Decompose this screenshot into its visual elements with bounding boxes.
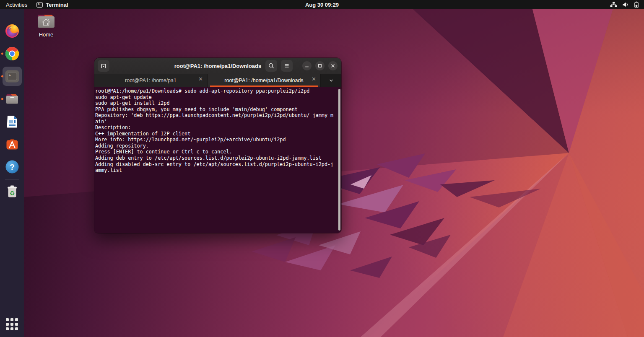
running-indicator [1,75,3,78]
hamburger-menu-icon [283,62,290,69]
terminal-output: root@PA1:/home/pa1/Downloads# sudo add-a… [95,88,336,174]
running-indicator [1,53,3,55]
focused-app-menu[interactable]: Terminal [36,2,68,8]
tab-label: root@PA1: /home/pa1/Downloads [224,78,303,83]
dock: >_ [0,9,24,337]
tab-bar: root@PA1: /home/pa1 ✕ root@PA1: /home/pa… [94,74,341,87]
dock-item-files[interactable] [5,91,20,106]
clock[interactable]: Aug 30 09:29 [305,2,339,8]
terminal-line: Description: [95,124,336,131]
focused-app-label: Terminal [46,2,68,8]
home-icon-label: Home [35,31,57,38]
libreoffice-writer-icon [5,114,20,129]
dock-item-ubuntu-software[interactable] [5,137,20,152]
trash-icon: ♻ [5,184,20,199]
tab-list-dropdown[interactable] [321,74,341,87]
maximize-button[interactable] [315,61,325,70]
menu-button[interactable] [281,60,293,72]
svg-text:♻: ♻ [9,190,15,197]
tab-close-icon[interactable]: ✕ [312,76,316,82]
terminal-line: sudo apt-get update [95,94,336,101]
battery-icon [634,1,639,8]
tab-downloads[interactable]: root@PA1: /home/pa1/Downloads ✕ [208,74,321,87]
close-icon [330,63,335,68]
terminal-line: ain' [95,119,336,125]
terminal-line: Adding deb entry to /etc/apt/sources.lis… [95,155,336,161]
search-icon [268,62,275,69]
terminal-line: Adding repository. [95,143,336,149]
terminal-line: root@PA1:/home/pa1/Downloads# sudo add-a… [95,88,336,94]
home-folder-icon [36,13,56,29]
dock-item-terminal[interactable]: >_ [5,69,20,84]
network-icon [610,2,617,8]
dock-item-help[interactable]: ? [5,159,20,174]
desktop-icon-home[interactable]: Home [35,13,57,38]
svg-text:>_: >_ [9,73,13,77]
terminal-line: More info: https://launchpad.net/~purple… [95,137,336,143]
dock-item-libreoffice-writer[interactable] [5,114,20,129]
tab-home[interactable]: root@PA1: /home/pa1 ✕ [94,74,208,87]
terminal-line: sudo apt-get install i2pd [95,100,336,106]
terminal-line: ammy.list [95,167,336,174]
firefox-icon [5,23,20,39]
files-icon [5,91,20,106]
dock-item-trash[interactable]: ♻ [5,184,20,199]
close-button[interactable] [328,61,338,70]
terminal-line: PPA publishes dbgsym, you may need to in… [95,106,336,113]
activities-button[interactable]: Activities [6,2,27,8]
dock-item-chrome[interactable] [5,46,20,61]
dock-item-firefox[interactable] [5,23,20,39]
system-tray[interactable] [610,1,644,8]
terminal-content[interactable]: root@PA1:/home/pa1/Downloads# sudo add-a… [94,87,341,233]
new-tab-button[interactable] [98,60,109,72]
search-button[interactable] [265,60,277,72]
window-titlebar[interactable]: root@PA1: /home/pa1/Downloads [94,58,341,74]
terminal-app-icon [36,2,43,8]
maximize-icon [317,63,322,68]
chevron-down-icon [328,78,334,83]
terminal-window: root@PA1: /home/pa1/Downloads [94,58,341,233]
terminal-line: Press [ENTER] to continue or Ctrl-c to c… [95,149,336,155]
terminal-icon: >_ [5,69,20,84]
ubuntu-software-icon [5,137,20,152]
volume-icon [622,2,629,8]
minimize-icon [304,63,309,68]
svg-text:?: ? [10,163,15,171]
window-title: root@PA1: /home/pa1/Downloads [174,63,261,69]
chrome-icon [5,46,20,61]
terminal-line: C++ implementation of I2P client [95,131,336,137]
show-applications-button[interactable] [5,317,19,331]
help-icon: ? [5,159,20,174]
running-indicator [1,98,3,100]
tab-close-icon[interactable]: ✕ [198,76,203,82]
terminal-scrollbar[interactable] [338,89,340,231]
dock-divider [5,179,19,179]
top-bar: Activities Terminal Aug 30 09:29 [0,0,644,9]
tab-label: root@PA1: /home/pa1 [125,78,177,83]
terminal-line: Adding disabled deb-src entry to /etc/ap… [95,161,336,168]
minimize-button[interactable] [302,61,312,70]
terminal-line: Repository: 'deb https://ppa.launchpadco… [95,112,336,119]
